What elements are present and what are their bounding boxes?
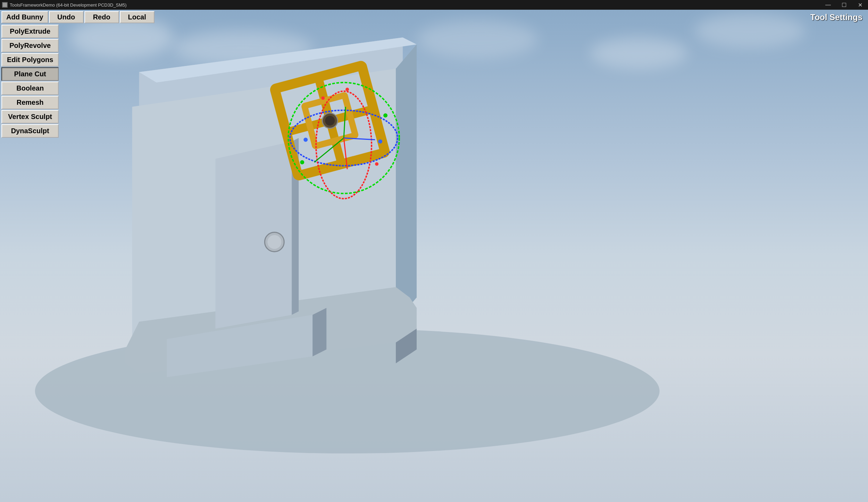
close-button[interactable]: ✕ [852,0,868,10]
vertex-sculpt-button[interactable]: Vertex Sculpt [1,110,59,124]
plane-cut-button[interactable]: Plane Cut [1,67,59,81]
undo-button[interactable]: Undo [49,11,84,23]
titlebar: ToolsFrameworkDemo (64-bit Development P… [0,0,868,10]
top-buttons: Add Bunny Undo Redo Local [1,11,155,23]
svg-point-14 [267,235,281,249]
app-icon [1,1,8,8]
add-bunny-button[interactable]: Add Bunny [1,11,48,23]
maximize-button[interactable]: ☐ [836,0,852,10]
svg-point-26 [378,139,382,144]
svg-point-25 [383,113,387,118]
svg-point-27 [303,138,308,142]
dyna-sculpt-button[interactable]: DynaSculpt [1,124,59,138]
poly-revolve-button[interactable]: PolyRevolve [1,39,59,52]
svg-point-28 [321,96,325,100]
svg-marker-8 [396,44,417,322]
side-buttons: PolyExtrude PolyRevolve Edit Polygons Pl… [1,25,59,138]
redo-button[interactable]: Redo [84,11,119,23]
minimize-button[interactable]: — [820,0,836,10]
titlebar-title: ToolsFrameworkDemo (64-bit Development P… [10,2,820,8]
local-button[interactable]: Local [120,11,155,23]
edit-polygons-button[interactable]: Edit Polygons [1,53,59,67]
svg-point-29 [345,88,349,91]
boolean-button[interactable]: Boolean [1,82,59,95]
svg-rect-1 [3,3,7,7]
window-controls[interactable]: — ☐ ✕ [820,0,868,10]
tool-settings-label: Tool Settings [805,10,868,25]
svg-point-30 [375,162,378,166]
svg-marker-36 [312,308,326,356]
remesh-button[interactable]: Remesh [1,96,59,109]
svg-point-24 [300,160,304,164]
poly-extrude-button[interactable]: PolyExtrude [1,25,59,38]
viewport[interactable]: Add Bunny Undo Redo Local PolyExtrude Po… [0,10,868,502]
toolbar: Add Bunny Undo Redo Local PolyExtrude Po… [0,10,156,139]
